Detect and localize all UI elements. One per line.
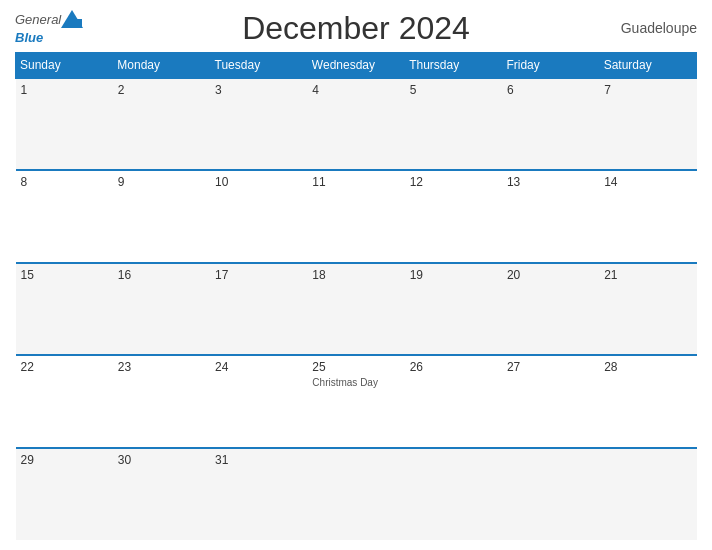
day-number: 2	[118, 83, 205, 97]
calendar-cell	[502, 448, 599, 540]
day-number: 20	[507, 268, 594, 282]
header-monday: Monday	[113, 53, 210, 79]
calendar-cell: 24	[210, 355, 307, 447]
calendar-cell: 28	[599, 355, 696, 447]
calendar-cell: 20	[502, 263, 599, 355]
day-number: 5	[410, 83, 497, 97]
calendar-row: 1234567	[16, 78, 697, 170]
calendar-cell: 27	[502, 355, 599, 447]
calendar-cell: 13	[502, 170, 599, 262]
header-sunday: Sunday	[16, 53, 113, 79]
day-number: 29	[21, 453, 108, 467]
day-number: 22	[21, 360, 108, 374]
svg-rect-1	[73, 19, 82, 28]
day-number: 4	[312, 83, 399, 97]
calendar-cell: 21	[599, 263, 696, 355]
day-number: 24	[215, 360, 302, 374]
day-number: 8	[21, 175, 108, 189]
logo: General Blue	[15, 10, 83, 46]
day-number: 14	[604, 175, 691, 189]
calendar-cell: 11	[307, 170, 404, 262]
day-number: 18	[312, 268, 399, 282]
day-number: 25	[312, 360, 399, 374]
header-saturday: Saturday	[599, 53, 696, 79]
day-number: 9	[118, 175, 205, 189]
calendar-cell: 4	[307, 78, 404, 170]
logo-triangle-icon	[61, 10, 83, 28]
day-number: 3	[215, 83, 302, 97]
calendar-cell: 25Christmas Day	[307, 355, 404, 447]
calendar-cell: 8	[16, 170, 113, 262]
header-wednesday: Wednesday	[307, 53, 404, 79]
calendar-cell	[307, 448, 404, 540]
calendar-cell: 1	[16, 78, 113, 170]
calendar-cell: 26	[405, 355, 502, 447]
calendar-cell: 14	[599, 170, 696, 262]
calendar-cell: 7	[599, 78, 696, 170]
day-number: 1	[21, 83, 108, 97]
calendar-cell: 2	[113, 78, 210, 170]
day-number: 12	[410, 175, 497, 189]
calendar-header: General Blue December 2024 Guadeloupe	[15, 10, 697, 46]
calendar-cell: 19	[405, 263, 502, 355]
day-number: 23	[118, 360, 205, 374]
calendar-cell: 15	[16, 263, 113, 355]
calendar-cell: 6	[502, 78, 599, 170]
day-number: 26	[410, 360, 497, 374]
day-number: 30	[118, 453, 205, 467]
day-number: 21	[604, 268, 691, 282]
holiday-label: Christmas Day	[312, 377, 378, 388]
calendar-cell: 23	[113, 355, 210, 447]
calendar-cell: 16	[113, 263, 210, 355]
day-number: 7	[604, 83, 691, 97]
day-number: 31	[215, 453, 302, 467]
day-number: 28	[604, 360, 691, 374]
calendar-cell	[599, 448, 696, 540]
header-friday: Friday	[502, 53, 599, 79]
day-number: 15	[21, 268, 108, 282]
calendar-cell: 17	[210, 263, 307, 355]
header-tuesday: Tuesday	[210, 53, 307, 79]
calendar-cell: 5	[405, 78, 502, 170]
day-number: 17	[215, 268, 302, 282]
logo-blue-text: Blue	[15, 30, 43, 45]
calendar-cell: 30	[113, 448, 210, 540]
day-number: 6	[507, 83, 594, 97]
calendar-cell: 22	[16, 355, 113, 447]
day-number: 11	[312, 175, 399, 189]
day-number: 16	[118, 268, 205, 282]
calendar-wrapper: General Blue December 2024 Guadeloupe Su…	[0, 0, 712, 550]
country-label: Guadeloupe	[621, 20, 697, 36]
day-number: 13	[507, 175, 594, 189]
day-number: 27	[507, 360, 594, 374]
calendar-cell: 18	[307, 263, 404, 355]
calendar-cell: 29	[16, 448, 113, 540]
calendar-cell: 3	[210, 78, 307, 170]
logo-general-text: General	[15, 12, 61, 27]
weekday-header-row: Sunday Monday Tuesday Wednesday Thursday…	[16, 53, 697, 79]
calendar-table: Sunday Monday Tuesday Wednesday Thursday…	[15, 52, 697, 540]
header-thursday: Thursday	[405, 53, 502, 79]
calendar-row: 15161718192021	[16, 263, 697, 355]
calendar-cell: 31	[210, 448, 307, 540]
calendar-cell	[405, 448, 502, 540]
calendar-cell: 12	[405, 170, 502, 262]
calendar-row: 22232425Christmas Day262728	[16, 355, 697, 447]
day-number: 10	[215, 175, 302, 189]
page-title: December 2024	[242, 10, 470, 47]
calendar-cell: 9	[113, 170, 210, 262]
day-number: 19	[410, 268, 497, 282]
calendar-row: 293031	[16, 448, 697, 540]
calendar-cell: 10	[210, 170, 307, 262]
calendar-row: 891011121314	[16, 170, 697, 262]
